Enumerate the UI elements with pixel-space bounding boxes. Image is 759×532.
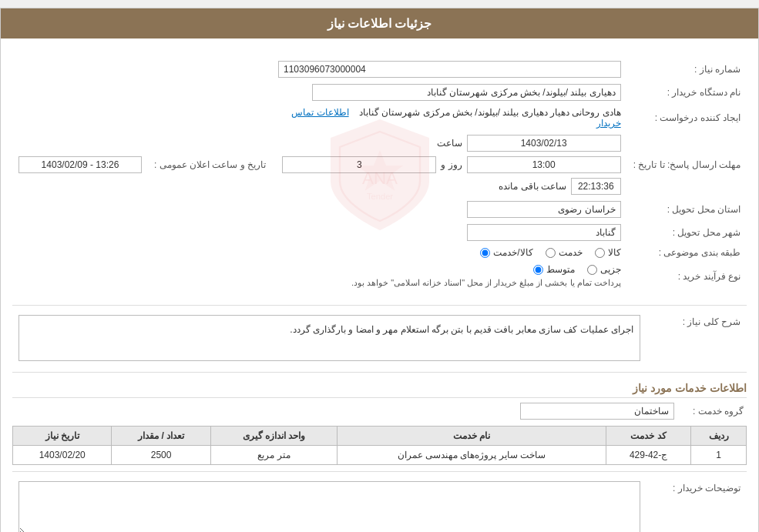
label-province: استان محل تحویل : bbox=[627, 198, 747, 221]
label-medium: متوسط bbox=[546, 264, 575, 275]
radio-medium[interactable]: متوسط bbox=[533, 264, 575, 275]
buyer-org-display: دهیاری بیلند /بیلوند/ بخش مرکزی شهرستان … bbox=[312, 84, 620, 101]
day-label: روز و bbox=[441, 159, 462, 170]
col-code: کد خدمت bbox=[606, 427, 691, 446]
label-kala: کالا bbox=[608, 247, 621, 258]
radio-service-input[interactable] bbox=[546, 248, 556, 258]
label-service: خدمت bbox=[559, 247, 583, 258]
row-need-number: شماره نیاز : 1103096073000004 bbox=[12, 58, 747, 81]
label-category: طبقه بندی موضوعی : bbox=[627, 244, 747, 261]
radio-kala[interactable]: کالا bbox=[595, 247, 621, 258]
cell-unit: متر مربع bbox=[210, 446, 337, 465]
radio-kala-input[interactable] bbox=[595, 248, 605, 258]
row-notes: توضیحات خریدار : bbox=[12, 478, 747, 532]
service-group-display: ساختمان bbox=[520, 403, 674, 420]
radio-kala-service-input[interactable] bbox=[480, 248, 490, 258]
value-description: اجرای عملیات کف سازی معابر بافت قدیم با … bbox=[12, 312, 646, 364]
services-table-body: 1ج-42-429ساخت سایر پروژه‌های مهندسی عمرا… bbox=[13, 446, 747, 465]
page-container: جزئیات اطلاعات نیاز ANA Tender شماره نیا… bbox=[0, 8, 759, 532]
label-buyer-org: نام دستگاه خریدار : bbox=[627, 81, 747, 104]
notes-textarea[interactable] bbox=[18, 481, 640, 532]
label-notes: توضیحات خریدار : bbox=[646, 478, 747, 532]
label-kala-service: کالا/خدمت bbox=[493, 247, 532, 258]
label-announce: تاریخ و ساعت اعلان عمومی : bbox=[148, 132, 272, 198]
value-purchase-type: جزیی متوسط پرداخت تمام یا بخشی از مبلغ خ… bbox=[12, 261, 627, 291]
cell-quantity: 2500 bbox=[112, 446, 210, 465]
page-header: جزئیات اطلاعات نیاز bbox=[1, 8, 758, 38]
page-title: جزئیات اطلاعات نیاز bbox=[327, 17, 432, 30]
col-quantity: تعداد / مقدار bbox=[112, 427, 210, 446]
row-city: شهر محل تحویل : گناباد bbox=[12, 221, 747, 244]
city-display: گناباد bbox=[467, 224, 621, 241]
label-need-number: شماره نیاز : bbox=[627, 58, 747, 81]
row-purchase-type: نوع فرآیند خرید : جزیی متوسط bbox=[12, 261, 747, 291]
remaining-label: ساعت باقی مانده bbox=[499, 181, 566, 192]
radio-medium-input[interactable] bbox=[533, 265, 543, 275]
description-display: اجرای عملیات کف سازی معابر بافت قدیم با … bbox=[18, 315, 640, 361]
radio-partial-input[interactable] bbox=[587, 265, 597, 275]
table-row: 1ج-42-429ساخت سایر پروژه‌های مهندسی عمرا… bbox=[13, 446, 747, 465]
creator-text: هادی روحانی دهیار دهیاری بیلند /بیلوند/ … bbox=[359, 107, 621, 118]
col-unit: واحد اندازه گیری bbox=[210, 427, 337, 446]
cell-name: ساخت سایر پروژه‌های مهندسی عمران bbox=[338, 446, 606, 465]
services-table-header-row: ردیف کد خدمت نام خدمت واحد اندازه گیری ت… bbox=[13, 427, 747, 446]
label-service-group: گروه خدمت : bbox=[682, 406, 744, 417]
service-group-row: گروه خدمت : ساختمان bbox=[12, 403, 747, 420]
purchase-note: پرداخت تمام یا بخشی از مبلغ خریدار از مح… bbox=[18, 278, 621, 288]
province-display: خراسان رضوی bbox=[467, 201, 621, 218]
cell-row: 1 bbox=[691, 446, 747, 465]
cell-date: 1403/02/20 bbox=[13, 446, 112, 465]
services-section-title: اطلاعات خدمات مورد نیاز bbox=[12, 382, 747, 398]
description-table: شرح کلی نیاز : اجرای عملیات کف سازی معاب… bbox=[12, 312, 747, 364]
main-info-section: ANA Tender شماره نیاز : 1103096073000004… bbox=[12, 50, 747, 299]
row-creator: ایجاد کننده درخواست : هادی روحانی دهیار … bbox=[12, 104, 747, 132]
announce-datetime-display: 1403/02/09 - 13:26 bbox=[18, 156, 142, 173]
value-city: گناباد bbox=[12, 221, 627, 244]
divider-3 bbox=[12, 471, 747, 472]
main-info-table: شماره نیاز : 1103096073000004 نام دستگاه… bbox=[12, 58, 747, 291]
row-province: استان محل تحویل : خراسان رضوی bbox=[12, 198, 747, 221]
radio-service[interactable]: خدمت bbox=[546, 247, 583, 258]
radio-kala-service[interactable]: کالا/خدمت bbox=[480, 247, 532, 258]
value-reply-deadline: 1403/02/13 ساعت 13:00 روز و 3 22:13:36 س… bbox=[272, 132, 627, 198]
label-purchase-type: نوع فرآیند خرید : bbox=[627, 261, 747, 291]
notes-table: توضیحات خریدار : bbox=[12, 478, 747, 532]
value-category: کالا خدمت کالا/خدمت bbox=[12, 244, 627, 261]
row-buyer-org: نام دستگاه خریدار : دهیاری بیلند /بیلوند… bbox=[12, 81, 747, 104]
services-table: ردیف کد خدمت نام خدمت واحد اندازه گیری ت… bbox=[12, 426, 747, 465]
value-need-number: 1103096073000004 bbox=[272, 58, 627, 81]
reply-time-display: 13:00 bbox=[467, 156, 621, 173]
countdown-timer: 22:13:36 bbox=[571, 178, 621, 195]
divider-2 bbox=[12, 372, 747, 373]
reply-days-display: 3 bbox=[282, 156, 436, 173]
row-reply-deadline: مهلت ارسال پاسخ: تا تاریخ : 1403/02/13 س… bbox=[12, 132, 747, 198]
row-description: شرح کلی نیاز : اجرای عملیات کف سازی معاب… bbox=[12, 312, 747, 364]
divider-1 bbox=[12, 305, 747, 306]
time-label: ساعت bbox=[437, 138, 462, 149]
description-text: اجرای عملیات کف سازی معابر بافت قدیم با … bbox=[290, 324, 633, 335]
label-partial: جزیی bbox=[600, 264, 621, 275]
col-row: ردیف bbox=[691, 427, 747, 446]
value-announce: 1403/02/09 - 13:26 bbox=[12, 132, 148, 198]
reply-date-display: 1403/02/13 bbox=[467, 135, 621, 152]
value-notes bbox=[12, 478, 646, 532]
radio-partial[interactable]: جزیی bbox=[587, 264, 621, 275]
cell-code: ج-42-429 bbox=[606, 446, 691, 465]
value-province: خراسان رضوی bbox=[12, 198, 627, 221]
col-date: تاریخ نیاز bbox=[13, 427, 112, 446]
value-creator: هادی روحانی دهیار دهیاری بیلند /بیلوند/ … bbox=[272, 104, 627, 132]
services-table-head: ردیف کد خدمت نام خدمت واحد اندازه گیری ت… bbox=[13, 427, 747, 446]
label-description: شرح کلی نیاز : bbox=[646, 312, 747, 364]
label-creator: ایجاد کننده درخواست : bbox=[627, 104, 747, 132]
description-section: شرح کلی نیاز : اجرای عملیات کف سازی معاب… bbox=[12, 312, 747, 364]
row-category: طبقه بندی موضوعی : کالا خدمت bbox=[12, 244, 747, 261]
col-name: نام خدمت bbox=[338, 427, 606, 446]
label-reply-deadline: مهلت ارسال پاسخ: تا تاریخ : bbox=[627, 132, 747, 198]
need-number-display: 1103096073000004 bbox=[278, 61, 621, 78]
value-buyer-org: دهیاری بیلند /بیلوند/ بخش مرکزی شهرستان … bbox=[272, 81, 627, 104]
label-city: شهر محل تحویل : bbox=[627, 221, 747, 244]
notes-section: توضیحات خریدار : bbox=[12, 478, 747, 532]
content-area: ANA Tender شماره نیاز : 1103096073000004… bbox=[1, 38, 758, 532]
